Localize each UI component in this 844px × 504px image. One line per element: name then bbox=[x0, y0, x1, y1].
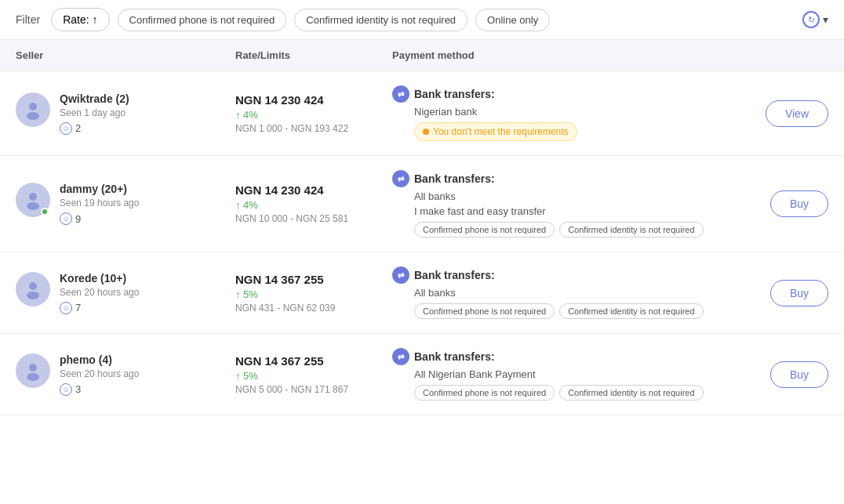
payment-title: ⇄Bank transfers: bbox=[392, 267, 734, 284]
svg-point-2 bbox=[29, 193, 37, 201]
view-button[interactable]: View bbox=[766, 100, 828, 127]
svg-point-3 bbox=[27, 202, 39, 210]
buy-button[interactable]: Buy bbox=[770, 280, 828, 306]
seller-cell: dammy (20+)Seen 19 hours ago☺9 bbox=[16, 183, 235, 225]
payment-requirement-chips: Confirmed phone is not requiredConfirmed… bbox=[414, 385, 734, 401]
seller-cell: phemo (4)Seen 20 hours ago☺3 bbox=[16, 354, 235, 396]
seller-info: dammy (20+)Seen 19 hours ago☺9 bbox=[60, 183, 139, 225]
avatar bbox=[16, 183, 50, 217]
action-cell: Buy bbox=[734, 190, 828, 217]
action-cell: View bbox=[734, 100, 828, 127]
svg-point-6 bbox=[29, 364, 37, 372]
rate-limits: NGN 5 000 - NGN 171 867 bbox=[235, 384, 392, 395]
rate-cell: NGN 14 367 255↑ 5%NGN 5 000 - NGN 171 86… bbox=[235, 354, 392, 395]
rate-sort-label: Rate: bbox=[63, 13, 89, 26]
requirement-chip: Confirmed identity is not required bbox=[559, 303, 703, 319]
rating-value: 2 bbox=[75, 122, 81, 134]
rating-value: 7 bbox=[75, 302, 81, 314]
payment-sub: Nigerian bank bbox=[414, 106, 734, 118]
online-indicator bbox=[41, 208, 49, 216]
seller-info: phemo (4)Seen 20 hours ago☺3 bbox=[60, 354, 139, 396]
payment-requirement-chips: Confirmed phone is not requiredConfirmed… bbox=[414, 222, 734, 237]
smile-icon: ☺ bbox=[60, 302, 72, 314]
svg-point-0 bbox=[29, 103, 37, 111]
header-payment-method: Payment method bbox=[392, 49, 734, 61]
seller-last-seen: Seen 1 day ago bbox=[60, 107, 129, 118]
seller-cell: Qwiktrade (2)Seen 1 day ago☺2 bbox=[16, 92, 235, 135]
rate-sort-button[interactable]: Rate: ↑ bbox=[51, 8, 109, 31]
avatar bbox=[16, 92, 50, 127]
payment-title: ⇄Bank transfers: bbox=[392, 170, 734, 187]
payment-sub: I make fast and easy transfer bbox=[414, 205, 734, 217]
seller-rating: ☺9 bbox=[60, 212, 139, 225]
table-header: Seller Rate/Limits Payment method bbox=[0, 40, 844, 71]
warning-dot-icon bbox=[423, 129, 429, 135]
header-action bbox=[734, 49, 828, 61]
header-seller: Seller bbox=[16, 49, 235, 61]
requirement-chip: Confirmed identity is not required bbox=[559, 385, 703, 401]
payment-cell: ⇄Bank transfers:All Nigerian Bank Paymen… bbox=[392, 348, 734, 401]
rate-limits: NGN 1 000 - NGN 193 422 bbox=[235, 123, 392, 134]
bank-transfer-icon: ⇄ bbox=[392, 170, 409, 187]
filter-label: Filter bbox=[16, 13, 40, 26]
rate-percentage: ↑ 4% bbox=[235, 199, 392, 211]
buy-button[interactable]: Buy bbox=[770, 190, 828, 217]
confirmed-phone-chip[interactable]: Confirmed phone is not required bbox=[118, 9, 287, 31]
table-row: Korede (10+)Seen 20 hours ago☺7NGN 14 36… bbox=[0, 252, 844, 334]
seller-last-seen: Seen 20 hours ago bbox=[60, 368, 139, 379]
svg-point-1 bbox=[27, 112, 39, 120]
action-cell: Buy bbox=[734, 280, 828, 306]
buy-button[interactable]: Buy bbox=[770, 361, 828, 388]
payment-title: ⇄Bank transfers: bbox=[392, 348, 734, 365]
requirement-chip: Confirmed phone is not required bbox=[414, 385, 555, 401]
payment-requirement-chips: Confirmed phone is not requiredConfirmed… bbox=[414, 303, 734, 319]
rate-ngn: NGN 14 230 424 bbox=[235, 183, 392, 197]
rate-percentage: ↑ 5% bbox=[235, 288, 392, 300]
seller-info: Qwiktrade (2)Seen 1 day ago☺2 bbox=[60, 92, 129, 135]
trade-list: Qwiktrade (2)Seen 1 day ago☺2NGN 14 230 … bbox=[0, 71, 844, 415]
rate-cell: NGN 14 367 255↑ 5%NGN 431 - NGN 62 039 bbox=[235, 273, 392, 314]
action-cell: Buy bbox=[734, 361, 828, 388]
seller-last-seen: Seen 20 hours ago bbox=[60, 287, 139, 298]
payment-cell: ⇄Bank transfers:Nigerian bankYou don't m… bbox=[392, 85, 734, 141]
payment-sub: All banks bbox=[414, 190, 734, 202]
smile-icon: ☺ bbox=[60, 122, 72, 135]
payment-sub: All Nigerian Bank Payment bbox=[414, 368, 734, 380]
avatar bbox=[16, 354, 50, 388]
online-only-chip[interactable]: Online only bbox=[475, 9, 550, 31]
table-row: Qwiktrade (2)Seen 1 day ago☺2NGN 14 230 … bbox=[0, 71, 844, 156]
table-row: phemo (4)Seen 20 hours ago☺3NGN 14 367 2… bbox=[0, 334, 844, 415]
payment-method-label: Bank transfers: bbox=[414, 269, 495, 281]
rate-cell: NGN 14 230 424↑ 4%NGN 10 000 - NGN 25 58… bbox=[235, 183, 392, 224]
payment-method-label: Bank transfers: bbox=[414, 172, 495, 185]
rate-limits: NGN 431 - NGN 62 039 bbox=[235, 303, 392, 314]
bank-transfer-icon: ⇄ bbox=[392, 267, 409, 284]
payment-sub: All banks bbox=[414, 287, 734, 299]
rate-limits: NGN 10 000 - NGN 25 581 bbox=[235, 213, 392, 224]
payment-method-label: Bank transfers: bbox=[414, 350, 495, 363]
rate-ngn: NGN 14 367 255 bbox=[235, 273, 392, 286]
rating-value: 3 bbox=[75, 383, 81, 395]
seller-cell: Korede (10+)Seen 20 hours ago☺7 bbox=[16, 272, 235, 314]
avatar bbox=[16, 272, 50, 306]
seller-info: Korede (10+)Seen 20 hours ago☺7 bbox=[60, 272, 139, 314]
warning-chip: You don't meet the requirements bbox=[414, 122, 577, 141]
rate-cell: NGN 14 230 424↑ 4%NGN 1 000 - NGN 193 42… bbox=[235, 93, 392, 134]
confirmed-identity-chip[interactable]: Confirmed identity is not required bbox=[294, 9, 467, 31]
seller-name: Qwiktrade (2) bbox=[60, 92, 129, 105]
bank-transfer-icon: ⇄ bbox=[392, 348, 409, 365]
requirement-chip: Confirmed identity is not required bbox=[559, 222, 703, 237]
rating-value: 9 bbox=[75, 213, 81, 225]
seller-name: Korede (10+) bbox=[60, 272, 139, 285]
svg-point-5 bbox=[27, 292, 39, 299]
seller-last-seen: Seen 19 hours ago bbox=[60, 198, 139, 208]
payment-cell: ⇄Bank transfers:All banksConfirmed phone… bbox=[392, 267, 734, 319]
refresh-button[interactable]: ↻ bbox=[802, 11, 828, 28]
rate-ngn: NGN 14 230 424 bbox=[235, 93, 392, 107]
filter-bar-right: ↻ bbox=[802, 11, 828, 28]
refresh-icon: ↻ bbox=[802, 11, 820, 28]
smile-icon: ☺ bbox=[60, 383, 72, 396]
seller-name: phemo (4) bbox=[60, 354, 139, 366]
payment-title: ⇄Bank transfers: bbox=[392, 85, 734, 103]
header-rate-limits: Rate/Limits bbox=[235, 49, 392, 61]
